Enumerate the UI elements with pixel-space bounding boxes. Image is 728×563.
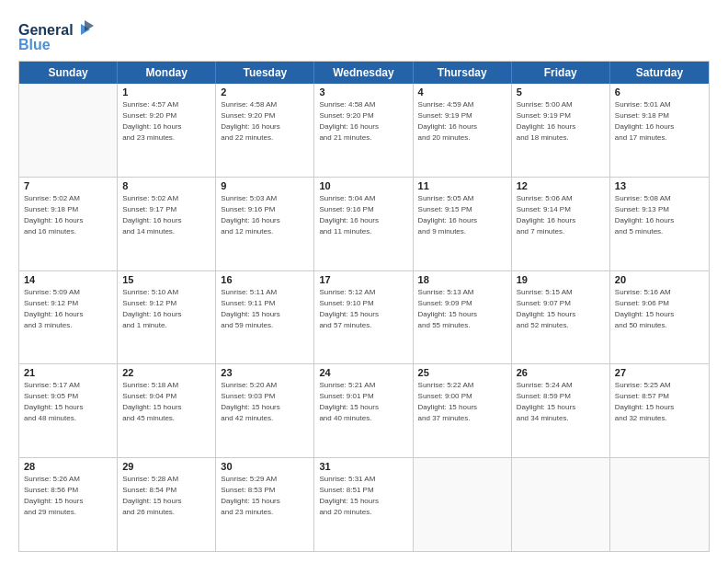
cell-info-line: Sunrise: 5:05 AM: [418, 193, 506, 204]
cell-info-line: and 5 minutes.: [615, 226, 704, 237]
cell-info-line: Sunset: 9:16 PM: [319, 204, 407, 215]
cell-info-line: and 14 minutes.: [122, 226, 210, 237]
cal-cell: 23Sunrise: 5:20 AMSunset: 9:03 PMDayligh…: [216, 364, 314, 457]
cell-info-line: and 22 minutes.: [221, 132, 309, 144]
cell-info-line: Sunset: 9:20 PM: [319, 110, 407, 121]
cal-cell: 8Sunrise: 5:02 AMSunset: 9:17 PMDaylight…: [118, 178, 216, 270]
cal-cell: 12Sunrise: 5:06 AMSunset: 9:14 PMDayligh…: [512, 178, 610, 270]
cell-info-line: and 40 minutes.: [319, 413, 407, 424]
day-number: 18: [418, 274, 506, 285]
cell-info-line: and 7 minutes.: [517, 226, 605, 237]
day-number: 25: [418, 367, 506, 378]
cell-info-line: Sunrise: 4:59 AM: [418, 99, 506, 110]
cell-info-line: Daylight: 16 hours: [615, 121, 704, 132]
day-number: 28: [24, 461, 112, 472]
cell-info-line: Sunrise: 5:18 AM: [122, 380, 210, 391]
cell-info-line: Sunset: 9:19 PM: [418, 110, 506, 121]
cal-cell: 24Sunrise: 5:21 AMSunset: 9:01 PMDayligh…: [314, 364, 413, 457]
cell-info-line: Daylight: 15 hours: [319, 309, 407, 320]
header-day-thursday: Thursday: [414, 62, 512, 84]
cell-info-line: Sunset: 9:13 PM: [615, 204, 704, 215]
cell-info-line: Daylight: 15 hours: [221, 496, 309, 507]
cal-cell: 6Sunrise: 5:01 AMSunset: 9:18 PMDaylight…: [610, 84, 709, 177]
cell-info-line: Daylight: 15 hours: [615, 402, 704, 413]
cal-cell: [19, 84, 118, 177]
cell-info-line: Sunrise: 5:09 AM: [24, 287, 112, 298]
cal-cell: 10Sunrise: 5:04 AMSunset: 9:16 PMDayligh…: [314, 178, 413, 270]
cell-info-line: Sunrise: 5:29 AM: [221, 474, 309, 485]
cell-info-line: Sunrise: 5:21 AM: [319, 380, 407, 391]
cell-info-line: Sunset: 9:12 PM: [122, 298, 210, 309]
header-day-friday: Friday: [512, 62, 610, 84]
cell-info-line: Sunset: 9:09 PM: [418, 298, 506, 309]
day-number: 30: [221, 461, 309, 472]
cell-info-line: Sunrise: 5:16 AM: [615, 287, 704, 298]
cell-info-line: Sunset: 9:00 PM: [418, 391, 506, 402]
day-number: 29: [122, 461, 210, 472]
cell-info-line: Sunrise: 5:24 AM: [517, 380, 605, 391]
header-day-saturday: Saturday: [610, 62, 709, 84]
cal-cell: 25Sunrise: 5:22 AMSunset: 9:00 PMDayligh…: [414, 364, 512, 457]
cal-cell: 7Sunrise: 5:02 AMSunset: 9:18 PMDaylight…: [19, 178, 118, 270]
day-number: 19: [517, 274, 605, 285]
cell-info-line: Sunset: 9:06 PM: [615, 298, 704, 309]
cal-cell: 9Sunrise: 5:03 AMSunset: 9:16 PMDaylight…: [216, 178, 314, 270]
week-row-4: 28Sunrise: 5:26 AMSunset: 8:56 PMDayligh…: [19, 458, 709, 551]
cell-info-line: Sunrise: 5:20 AM: [221, 380, 309, 391]
cal-cell: 1Sunrise: 4:57 AMSunset: 9:20 PMDaylight…: [118, 84, 216, 177]
day-number: 16: [221, 274, 309, 285]
cell-info-line: Daylight: 15 hours: [517, 402, 605, 413]
cell-info-line: Sunset: 9:07 PM: [517, 298, 605, 309]
cal-cell: 4Sunrise: 4:59 AMSunset: 9:19 PMDaylight…: [414, 84, 512, 177]
day-number: 13: [615, 180, 704, 191]
day-number: 24: [319, 367, 407, 378]
header-day-wednesday: Wednesday: [314, 62, 413, 84]
cell-info-line: and 12 minutes.: [221, 226, 309, 237]
cell-info-line: Sunrise: 4:58 AM: [221, 99, 309, 110]
cell-info-line: Daylight: 16 hours: [221, 215, 309, 226]
cal-cell: 19Sunrise: 5:15 AMSunset: 9:07 PMDayligh…: [512, 271, 610, 364]
cal-cell: 13Sunrise: 5:08 AMSunset: 9:13 PMDayligh…: [610, 178, 709, 270]
week-row-2: 14Sunrise: 5:09 AMSunset: 9:12 PMDayligh…: [19, 271, 709, 365]
cell-info-line: and 20 minutes.: [418, 132, 506, 144]
cell-info-line: and 1 minute.: [122, 320, 210, 331]
day-number: 22: [122, 367, 210, 378]
cell-info-line: and 52 minutes.: [517, 320, 605, 331]
cell-info-line: and 9 minutes.: [418, 226, 506, 237]
day-number: 12: [517, 180, 605, 191]
cell-info-line: Sunset: 9:20 PM: [221, 110, 309, 121]
cell-info-line: Sunrise: 5:22 AM: [418, 380, 506, 391]
cell-info-line: and 11 minutes.: [319, 226, 407, 237]
cell-info-line: and 42 minutes.: [221, 413, 309, 424]
cell-info-line: and 23 minutes.: [122, 132, 210, 144]
cell-info-line: and 21 minutes.: [319, 132, 407, 144]
cell-info-line: Sunset: 8:56 PM: [24, 485, 112, 496]
cell-info-line: Sunset: 8:59 PM: [517, 391, 605, 402]
cell-info-line: Sunset: 9:11 PM: [221, 298, 309, 309]
day-number: 7: [24, 180, 112, 191]
cal-cell: 3Sunrise: 4:58 AMSunset: 9:20 PMDaylight…: [314, 84, 413, 177]
cell-info-line: Daylight: 15 hours: [221, 309, 309, 320]
logo-svg: General Blue: [18, 17, 101, 53]
cell-info-line: Daylight: 16 hours: [615, 215, 704, 226]
cell-info-line: Sunrise: 5:12 AM: [319, 287, 407, 298]
cal-cell: 16Sunrise: 5:11 AMSunset: 9:11 PMDayligh…: [216, 271, 314, 364]
cell-info-line: Sunrise: 5:26 AM: [24, 474, 112, 485]
cal-cell: 18Sunrise: 5:13 AMSunset: 9:09 PMDayligh…: [414, 271, 512, 364]
header: General Blue: [18, 17, 710, 53]
cell-info-line: Daylight: 15 hours: [319, 496, 407, 507]
day-number: 20: [615, 274, 704, 285]
cell-info-line: Daylight: 16 hours: [24, 215, 112, 226]
cell-info-line: and 29 minutes.: [24, 507, 112, 518]
cell-info-line: Daylight: 15 hours: [418, 402, 506, 413]
cal-cell: [414, 458, 512, 551]
cell-info-line: Daylight: 15 hours: [24, 496, 112, 507]
cell-info-line: Sunset: 9:03 PM: [221, 391, 309, 402]
week-row-1: 7Sunrise: 5:02 AMSunset: 9:18 PMDaylight…: [19, 178, 709, 271]
day-number: 26: [517, 367, 605, 378]
cell-info-line: Sunset: 8:53 PM: [221, 485, 309, 496]
cell-info-line: Sunrise: 5:00 AM: [517, 99, 605, 110]
cal-cell: 5Sunrise: 5:00 AMSunset: 9:19 PMDaylight…: [512, 84, 610, 177]
header-day-sunday: Sunday: [19, 62, 118, 84]
day-number: 21: [24, 367, 112, 378]
